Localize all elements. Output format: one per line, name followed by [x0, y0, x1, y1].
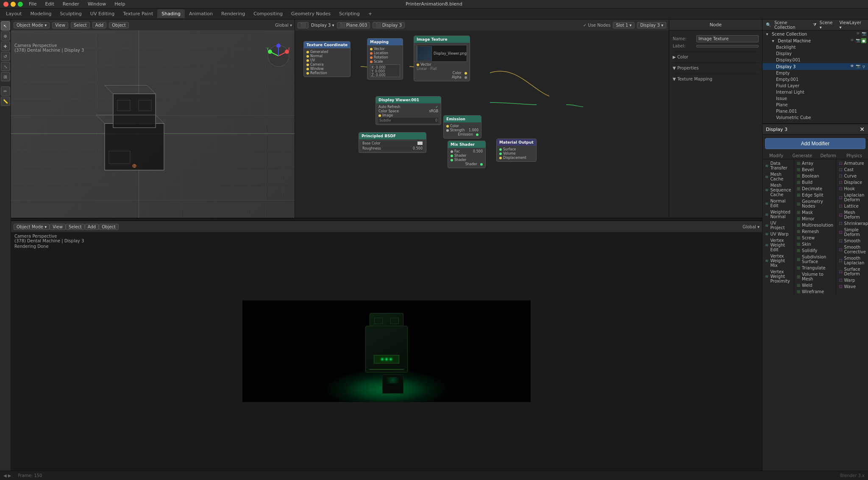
label-field[interactable]	[696, 45, 759, 47]
outliner-dental-machine[interactable]: ▾ Dental Machine 👁 📷 ●	[762, 37, 868, 44]
machine-eye-icon[interactable]: 👁	[849, 38, 854, 43]
tab-scripting[interactable]: Scripting	[335, 9, 364, 18]
viewlayer-selector[interactable]: ViewLayer ▾	[839, 20, 865, 30]
mod-mesh-seq-cache[interactable]: ≋ Mesh Sequence Cache	[763, 182, 793, 198]
node-principled[interactable]: Principled BSDF Base Color Roughness0.50…	[359, 132, 426, 153]
transform-space[interactable]: Global ▾	[275, 23, 292, 28]
tab-layout[interactable]: Layout	[2, 9, 26, 18]
mod-mesh-cache[interactable]: ≋ Mesh Cache	[763, 171, 793, 182]
mod-remesh[interactable]: ⊞ Remesh	[795, 228, 835, 235]
tab-rendering[interactable]: Rendering	[217, 9, 249, 18]
slot-selector[interactable]: Slot 1 ▾	[613, 22, 634, 28]
status-playback[interactable]: ◀ ▶	[3, 473, 11, 478]
tool-move[interactable]: ✚	[1, 42, 10, 51]
tab-add[interactable]: +	[364, 9, 376, 18]
mod-bevel[interactable]: ⊞ Bevel	[795, 166, 835, 173]
minimize-button[interactable]	[11, 2, 16, 7]
outliner-scene-collection[interactable]: ▾ Scene Collection 👁 📷	[762, 31, 868, 37]
mod-hook[interactable]: ⊡ Hook	[837, 186, 868, 192]
mod-armature[interactable]: ⊡ Armature	[837, 160, 868, 166]
bottom-add-menu[interactable]: Add	[85, 224, 99, 230]
tool-annotate[interactable]: ✏	[1, 86, 10, 96]
node-mapping[interactable]: Mapping Vector Location Rotation Scale X…	[367, 38, 403, 80]
node-principled-bsdf-display[interactable]: Display Viewer.001 Auto Refresh✓ Color S…	[376, 96, 441, 125]
mod-wireframe[interactable]: ⊞ Wireframe	[795, 289, 835, 295]
node-image-texture[interactable]: Image Texture Display_Viewer.png Vector …	[414, 36, 470, 81]
cat-deform[interactable]: Deform	[817, 153, 840, 158]
mod-skin[interactable]: ⊞ Skin	[795, 241, 835, 247]
mode-selector[interactable]: Object Mode ▾	[14, 22, 50, 28]
tab-sculpting[interactable]: Sculpting	[56, 9, 86, 18]
mod-build[interactable]: ⊞ Build	[795, 179, 835, 186]
outliner-display-001[interactable]: Display.001	[762, 57, 868, 63]
bottom-viewport[interactable]: Object Mode ▾ View Select Add Object Glo…	[11, 221, 762, 470]
outliner-filter[interactable]: ⧩	[813, 22, 816, 28]
bottom-global[interactable]: Global ▾	[743, 225, 760, 229]
properties-section-title[interactable]: ▼ Properties	[673, 66, 759, 70]
mod-mirror[interactable]: ⊞ Mirror	[795, 216, 835, 222]
mod-displace[interactable]: ⊡ Displace	[837, 179, 868, 186]
menu-render[interactable]: Render	[61, 0, 81, 8]
mod-edge-split[interactable]: ⊞ Edge Split	[795, 192, 835, 198]
tab-texture-paint[interactable]: Texture Paint	[119, 9, 157, 18]
tool-scale[interactable]: ⤡	[1, 62, 10, 71]
bottom-select-menu[interactable]: Select	[66, 224, 85, 230]
mod-decimate[interactable]: ⊞ Decimate	[795, 186, 835, 192]
object-menu[interactable]: Object	[109, 22, 129, 28]
outliner-empty[interactable]: Empty	[762, 70, 868, 76]
close-button[interactable]	[3, 2, 8, 7]
mod-smooth[interactable]: ⊡ Smooth	[837, 238, 868, 244]
name-field[interactable]: Image Texture	[696, 35, 759, 42]
outliner-backlight[interactable]: Backlight	[762, 44, 868, 50]
bottom-mode-selector[interactable]: Object Mode ▾	[14, 224, 50, 230]
outliner-volumetric-cube[interactable]: Volumetric Cube	[762, 114, 868, 121]
outliner-display[interactable]: Display	[762, 50, 868, 57]
node-editor-mode[interactable]: ⬛	[298, 22, 309, 28]
use-nodes-btn[interactable]: ✓ Use Nodes	[583, 23, 611, 28]
add-modifier-button[interactable]: Add Modifier	[765, 138, 865, 149]
color-section-title[interactable]: ▶ Color	[673, 55, 759, 59]
mod-vertex-weight-prox[interactable]: ≋ Vertex Weight Proximity	[763, 269, 793, 284]
machine-render-icon[interactable]: 📷	[855, 38, 860, 43]
mod-weld[interactable]: ⊞ Weld	[795, 282, 835, 289]
tool-select[interactable]: ↖	[1, 21, 10, 31]
mod-data-transfer[interactable]: ≋ Data Transfer	[763, 160, 793, 171]
mod-volume-to-mesh[interactable]: ⊞ Volume to Mesh	[795, 271, 835, 282]
display3-selector[interactable]: ⬛ Display 3	[373, 22, 405, 28]
scene-selector[interactable]: Scene ▾	[820, 20, 836, 30]
texture-mapping-title[interactable]: ▼ Texture Mapping	[673, 77, 759, 81]
node-texture-coordinate[interactable]: Texture Coordinate Generated Normal UV C…	[303, 41, 351, 77]
viewport-3d[interactable]: Object Mode ▾ View Select Add Object Glo…	[11, 19, 295, 218]
maximize-button[interactable]	[18, 2, 23, 7]
tool-rotate[interactable]: ↺	[1, 52, 10, 61]
outliner-display-3[interactable]: Display 3 👁 📷 ▽	[762, 63, 868, 70]
tool-measure[interactable]: 📏	[1, 97, 10, 106]
cat-generate[interactable]: Generate	[791, 153, 813, 158]
tab-animation[interactable]: Animation	[185, 9, 217, 18]
mod-lattice[interactable]: ⊡ Lattice	[837, 203, 868, 209]
mod-uv-project[interactable]: ≋ UV Project	[763, 220, 793, 231]
node-canvas[interactable]: Texture Coordinate Generated Normal UV C…	[295, 31, 669, 218]
mod-laplacian-deform[interactable]: ⊡ Laplacian Deform	[837, 192, 868, 203]
view-menu[interactable]: View	[52, 22, 68, 28]
mod-vertex-weight-mix[interactable]: ≋ Vertex Weight Mix	[763, 253, 793, 269]
modifier-panel-close[interactable]: ✕	[860, 126, 865, 133]
menu-edit[interactable]: Edit	[43, 0, 56, 8]
outliner-plane[interactable]: Plane	[762, 102, 868, 108]
d3-eye-icon[interactable]: 👁	[849, 64, 854, 69]
mod-mask[interactable]: ⊞ Mask	[795, 209, 835, 216]
outliner-issue[interactable]: Issue	[762, 95, 868, 102]
nav-gizmo[interactable]: X Y Z	[266, 43, 291, 69]
tab-geometry-nodes[interactable]: Geometry Nodes	[287, 9, 335, 18]
outliner-plane-001[interactable]: Plane.001	[762, 108, 868, 114]
menu-file[interactable]: File	[27, 0, 38, 8]
bottom-view-menu[interactable]: View	[50, 224, 66, 230]
tab-modeling[interactable]: Modeling	[26, 9, 56, 18]
tool-transform[interactable]: ⊞	[1, 72, 10, 81]
mod-smooth-corrective[interactable]: ⊡ Smooth Corrective	[837, 244, 868, 255]
tab-uv-editing[interactable]: UV Editing	[86, 9, 119, 18]
render-icon[interactable]: 📷	[861, 31, 866, 36]
node-material-output[interactable]: Material Output Surface Volume Displacem…	[496, 139, 537, 162]
tool-cursor[interactable]: ⊕	[1, 31, 10, 41]
mod-multires[interactable]: ⊞ Multiresolution	[795, 222, 835, 228]
